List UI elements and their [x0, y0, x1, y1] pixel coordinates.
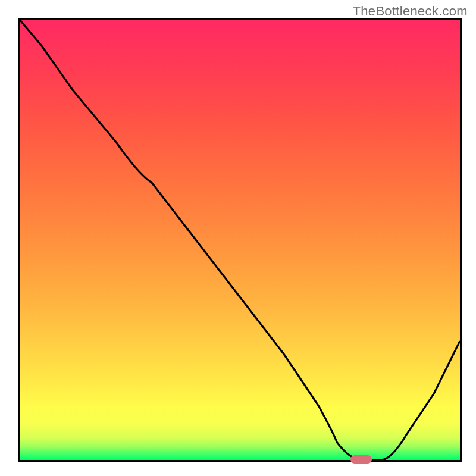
plot-area [18, 18, 462, 462]
curve-path [20, 20, 460, 460]
watermark-text: TheBottleneck.com [353, 4, 468, 19]
optimal-marker [350, 455, 372, 464]
chart-container: TheBottleneck.com [0, 0, 476, 476]
bottleneck-curve [20, 20, 460, 460]
